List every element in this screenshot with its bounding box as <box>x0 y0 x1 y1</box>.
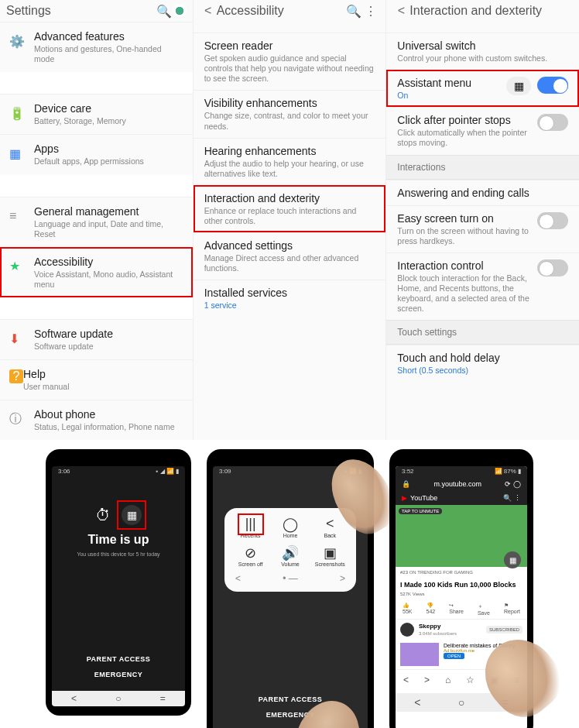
section-touch-settings: Touch settings <box>386 320 579 345</box>
item-screen-reader[interactable]: Screen readerGet spoken audio guidance a… <box>194 33 386 90</box>
menu-screen-off[interactable]: ⊘Screen off <box>231 544 270 567</box>
interaction-title: Interaction and dexterity <box>409 4 573 18</box>
info-icon: ⓘ <box>9 410 34 428</box>
back-icon[interactable]: < <box>200 2 217 19</box>
item-assistant-menu[interactable]: Assistant menuOn ▦ <box>386 70 579 107</box>
menu-screenshots[interactable]: ▣Screenshots <box>310 544 349 567</box>
item-easy-screen-on[interactable]: Easy screen turn onTurn on the screen wi… <box>386 205 579 252</box>
menu-home[interactable]: ◯Home <box>271 516 310 538</box>
avatar <box>400 623 414 637</box>
video-actions[interactable]: 👍55K 👎542 ↪Share ＋Save ⚑Report <box>396 599 527 620</box>
account-icon[interactable] <box>173 4 187 18</box>
settings-panel: Settings 🔍 ⚙️Advanced featuresMotions an… <box>0 0 193 440</box>
settings-title: Settings <box>6 4 156 18</box>
time-is-up-title: Time is up <box>88 533 149 547</box>
phone-photo-2: 3:09▪ 📶 ▮ |||Recents ◯Home <Back ⊘Screen… <box>207 449 374 728</box>
item-software-update[interactable]: ⬇Software updateSoftware update <box>0 319 193 359</box>
accessibility-icon: ★ <box>9 257 34 276</box>
menu-volume[interactable]: 🔊Volume <box>271 544 310 567</box>
time-is-up-sub: You used this device for 5 hr today <box>77 551 159 557</box>
accessibility-header: < Accessibility 🔍 ⋮ <box>194 0 386 22</box>
accessibility-panel: < Accessibility 🔍 ⋮ Screen readerGet spo… <box>193 0 386 440</box>
item-device-care[interactable]: 🔋Device careBattery, Storage, Memory <box>0 94 193 134</box>
channel-row[interactable]: Skeppy3.04M subscribers SUBSCRIBED <box>396 620 527 640</box>
parent-access-button[interactable]: PARENT ACCESS <box>87 655 151 663</box>
item-about-phone[interactable]: ⓘAbout phoneStatus, Legal information, P… <box>0 400 193 440</box>
system-nav[interactable]: <○= <box>396 693 527 712</box>
youtube-header: ▶YouTube🔍 ⋮ <box>396 491 527 505</box>
help-icon: ? <box>9 369 23 383</box>
youtube-icon: ▶ <box>402 494 407 502</box>
item-visibility[interactable]: Visibility enhancementsChange size, cont… <box>194 90 386 137</box>
recommended-row[interactable]: Deliberate mistakes of DisneyAd buzzfun.… <box>396 640 527 669</box>
battery-icon: 🔋 <box>9 104 34 122</box>
easy-screen-toggle[interactable] <box>537 212 568 229</box>
interaction-panel: < Interaction and dexterity Universal sw… <box>385 0 579 440</box>
assistant-chip-icon[interactable]: ▦ <box>504 551 521 568</box>
menu-recents[interactable]: |||Recents <box>231 516 270 538</box>
item-hearing[interactable]: Hearing enhancementsAdjust the audio to … <box>194 138 386 185</box>
lock-icon: 🔒 <box>402 480 410 488</box>
search-icon[interactable]: 🔍 <box>156 2 173 19</box>
search-icon[interactable]: 🔍 <box>345 2 362 19</box>
item-interaction-control[interactable]: Interaction controlBlock touch interacti… <box>386 252 579 321</box>
grid-icon: ▦ <box>506 77 531 95</box>
phone-photos-row: 3:06▪ ◢ 📶 ▮ ⏱ ▦ Time is up You used this… <box>0 440 579 728</box>
item-universal-switch[interactable]: Universal switchControl your phone with … <box>386 33 579 70</box>
item-general-management[interactable]: ≡General managementLanguage and input, D… <box>0 197 193 247</box>
back-icon[interactable]: < <box>392 2 409 19</box>
item-click-after-pointer[interactable]: Click after pointer stopsClick automatic… <box>386 107 579 154</box>
item-touch-hold-delay[interactable]: Touch and hold delayShort (0.5 seconds) <box>386 345 579 382</box>
more-icon[interactable]: ⋮ <box>362 2 379 19</box>
apps-icon: ▦ <box>9 144 34 163</box>
section-interactions: Interactions <box>386 155 579 180</box>
item-advanced-settings[interactable]: Advanced settingsManage Direct access an… <box>194 232 386 280</box>
settings-header: Settings 🔍 <box>0 0 193 22</box>
interaction-header: < Interaction and dexterity <box>386 0 579 22</box>
item-advanced-features[interactable]: ⚙️Advanced featuresMotions and gestures,… <box>0 22 193 72</box>
menu-back[interactable]: <Back <box>310 516 349 538</box>
gear-icon: ⚙️ <box>9 32 34 50</box>
sliders-icon: ≡ <box>9 207 34 225</box>
video-title[interactable]: I Made 100 Kids Run 10,000 Blocks <box>396 578 527 592</box>
phone-photo-3: 3:52📶 87% ▮ 🔒m.youtube.com⟳ ◯ ▶YouTube🔍 … <box>389 449 533 728</box>
phone-photo-1: 3:06▪ ◢ 📶 ▮ ⏱ ▦ Time is up You used this… <box>46 449 191 728</box>
browser-bar[interactable]: 🔒m.youtube.com⟳ ◯ <box>396 477 527 491</box>
assistant-menu-card[interactable]: |||Recents ◯Home <Back ⊘Screen off 🔊Volu… <box>224 508 356 592</box>
item-interaction-dexterity[interactable]: Interaction and dexterityEnhance or repl… <box>194 185 386 232</box>
video-player[interactable]: TAP TO UNMUTE ▦ <box>396 505 527 567</box>
assistant-menu-toggle[interactable] <box>537 77 568 94</box>
interaction-control-toggle[interactable] <box>537 259 568 276</box>
item-help[interactable]: ?HelpUser manual <box>0 359 193 400</box>
parent-access-button[interactable]: PARENT ACCESS <box>259 695 323 703</box>
emergency-button[interactable]: EMERGENCY <box>266 711 315 719</box>
download-icon: ⬇ <box>9 329 34 348</box>
item-installed-services[interactable]: Installed services1 service <box>194 280 386 317</box>
thumbnail <box>400 643 439 666</box>
emergency-button[interactable]: EMERGENCY <box>94 671 143 678</box>
item-answering-calls[interactable]: Answering and ending calls <box>386 180 579 205</box>
item-apps[interactable]: ▦AppsDefault apps, App permissions <box>0 134 193 174</box>
accessibility-title: Accessibility <box>217 4 346 18</box>
browser-nav[interactable]: <>⌂☆▣≡ <box>396 669 527 690</box>
click-pointer-toggle[interactable] <box>537 114 568 131</box>
timer-icon: ⏱ <box>95 507 111 524</box>
assistant-chip-icon[interactable]: ▦ <box>122 505 142 525</box>
item-accessibility[interactable]: ★AccessibilityVoice Assistant, Mono audi… <box>0 247 193 297</box>
